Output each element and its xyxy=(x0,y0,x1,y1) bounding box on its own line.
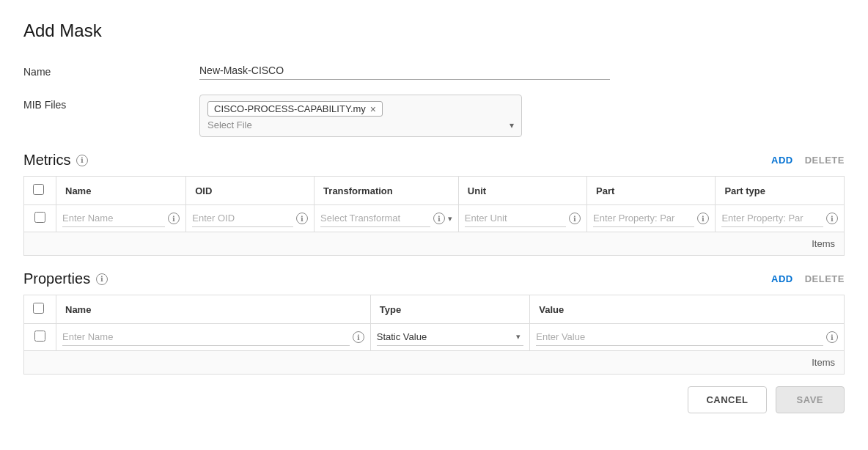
metrics-part-info-icon: ℹ xyxy=(697,213,709,224)
properties-items-cell: Items xyxy=(24,351,845,375)
metrics-table: Name OID Transformation Unit Part Part t… xyxy=(23,176,845,256)
properties-col-name: Name xyxy=(56,295,371,324)
metrics-part-type-input[interactable] xyxy=(721,210,823,227)
properties-value-input-wrapper: ℹ xyxy=(536,328,838,346)
mib-select-placeholder: Select File xyxy=(207,119,252,130)
footer: CANCEL SAVE xyxy=(23,375,845,413)
properties-section-header: Properties ℹ ADD DELETE xyxy=(23,270,845,287)
metrics-title-group: Metrics ℹ xyxy=(23,152,88,169)
name-input-wrapper xyxy=(199,62,845,80)
metrics-transformation-cell: ℹ ▾ xyxy=(315,205,459,232)
metrics-col-part-type: Part type xyxy=(716,177,845,205)
metrics-col-name: Name xyxy=(56,177,186,205)
properties-col-value: Value xyxy=(530,295,845,324)
properties-header-checkbox[interactable] xyxy=(33,303,44,314)
properties-info-icon: ℹ xyxy=(96,273,108,285)
properties-title: Properties xyxy=(23,270,90,287)
metrics-part-input[interactable] xyxy=(593,210,694,227)
metrics-header-checkbox[interactable] xyxy=(33,184,44,195)
name-input[interactable] xyxy=(199,62,610,80)
properties-type-cell: Static Value Dynamic Value ▾ xyxy=(370,324,530,351)
metrics-add-button[interactable]: ADD xyxy=(771,155,793,166)
properties-name-input-wrapper: ℹ xyxy=(62,328,364,346)
name-label: Name xyxy=(23,62,199,78)
properties-name-input[interactable] xyxy=(62,328,350,346)
metrics-name-info-icon: ℹ xyxy=(168,213,180,224)
metrics-part-cell: ℹ xyxy=(587,205,716,232)
properties-data-row: ℹ Static Value Dynamic Value ▾ xyxy=(24,324,845,351)
metrics-oid-info-icon: ℹ xyxy=(296,213,308,224)
mib-chevron-icon: ▾ xyxy=(510,120,514,130)
cancel-button[interactable]: CANCEL xyxy=(688,386,766,413)
page-title: Add Mask xyxy=(23,21,845,41)
properties-value-input[interactable] xyxy=(536,328,823,346)
metrics-transformation-chevron-icon[interactable]: ▾ xyxy=(448,214,452,224)
properties-items-row: Items xyxy=(24,351,845,375)
metrics-transformation-input[interactable] xyxy=(320,210,430,227)
properties-add-button[interactable]: ADD xyxy=(771,273,793,284)
metrics-col-part: Part xyxy=(587,177,716,205)
metrics-row-checkbox[interactable] xyxy=(34,212,45,223)
properties-header-checkbox-cell xyxy=(24,295,56,324)
properties-actions: ADD DELETE xyxy=(771,273,845,284)
metrics-unit-input-wrapper: ℹ xyxy=(465,210,581,227)
metrics-name-input[interactable] xyxy=(62,210,165,227)
metrics-info-icon: ℹ xyxy=(76,155,88,166)
metrics-row-checkbox-cell xyxy=(24,205,56,232)
metrics-header-row: Name OID Transformation Unit Part Part t… xyxy=(24,177,845,205)
mib-files-label: MIB Files xyxy=(23,95,199,111)
metrics-name-cell: ℹ xyxy=(56,205,186,232)
mib-select-row: Select File ▾ xyxy=(207,119,514,130)
metrics-items-cell: Items xyxy=(24,232,845,256)
metrics-col-transformation: Transformation xyxy=(315,177,459,205)
mib-files-container[interactable]: CISCO-PROCESS-CAPABILITY.my × Select Fil… xyxy=(199,95,522,137)
metrics-transformation-wrapper: ℹ ▾ xyxy=(320,210,452,227)
metrics-col-oid: OID xyxy=(186,177,315,205)
properties-delete-button[interactable]: DELETE xyxy=(805,273,845,284)
mib-files-field: MIB Files CISCO-PROCESS-CAPABILITY.my × … xyxy=(23,95,845,137)
metrics-unit-input[interactable] xyxy=(465,210,566,227)
properties-col-type: Type xyxy=(370,295,530,324)
metrics-oid-cell: ℹ xyxy=(186,205,315,232)
metrics-delete-button[interactable]: DELETE xyxy=(805,155,845,166)
mib-tags-row: CISCO-PROCESS-CAPABILITY.my × xyxy=(207,101,514,117)
metrics-transformation-info-icon: ℹ xyxy=(433,213,445,224)
metrics-data-row: ℹ ℹ ℹ ▾ xyxy=(24,205,845,232)
mib-files-control: CISCO-PROCESS-CAPABILITY.my × Select Fil… xyxy=(199,95,845,137)
properties-value-cell: ℹ xyxy=(530,324,845,351)
properties-title-group: Properties ℹ xyxy=(23,270,108,287)
page-container: Add Mask Name MIB Files CISCO-PROCESS-CA… xyxy=(0,0,868,450)
metrics-col-unit: Unit xyxy=(458,177,586,205)
metrics-items-row: Items xyxy=(24,232,845,256)
properties-header-row: Name Type Value xyxy=(24,295,845,324)
properties-type-select[interactable]: Static Value Dynamic Value xyxy=(377,328,524,345)
properties-name-cell: ℹ xyxy=(56,324,371,351)
properties-table: Name Type Value ℹ S xyxy=(23,295,845,375)
metrics-name-input-wrapper: ℹ xyxy=(62,210,180,227)
metrics-title: Metrics xyxy=(23,152,70,169)
metrics-part-input-wrapper: ℹ xyxy=(593,210,709,227)
metrics-header-checkbox-cell xyxy=(24,177,56,205)
metrics-oid-input[interactable] xyxy=(192,210,293,227)
metrics-part-type-cell: ℹ xyxy=(716,205,845,232)
metrics-part-type-info-icon: ℹ xyxy=(826,213,838,224)
save-button[interactable]: SAVE xyxy=(776,386,845,413)
mib-tag: CISCO-PROCESS-CAPABILITY.my × xyxy=(207,101,383,117)
metrics-unit-cell: ℹ xyxy=(458,205,586,232)
mib-tag-remove-button[interactable]: × xyxy=(370,104,376,114)
metrics-section-header: Metrics ℹ ADD DELETE xyxy=(23,152,845,169)
metrics-actions: ADD DELETE xyxy=(771,155,845,166)
metrics-oid-input-wrapper: ℹ xyxy=(192,210,308,227)
metrics-unit-info-icon: ℹ xyxy=(569,213,581,224)
properties-row-checkbox[interactable] xyxy=(34,331,45,342)
properties-type-select-wrapper: Static Value Dynamic Value ▾ xyxy=(377,328,524,346)
mib-tag-label: CISCO-PROCESS-CAPABILITY.my xyxy=(214,103,366,114)
properties-value-info-icon: ℹ xyxy=(826,331,838,343)
properties-row-checkbox-cell xyxy=(24,324,56,351)
metrics-part-type-input-wrapper: ℹ xyxy=(721,210,838,227)
name-field: Name xyxy=(23,62,845,80)
properties-name-info-icon: ℹ xyxy=(353,331,364,343)
